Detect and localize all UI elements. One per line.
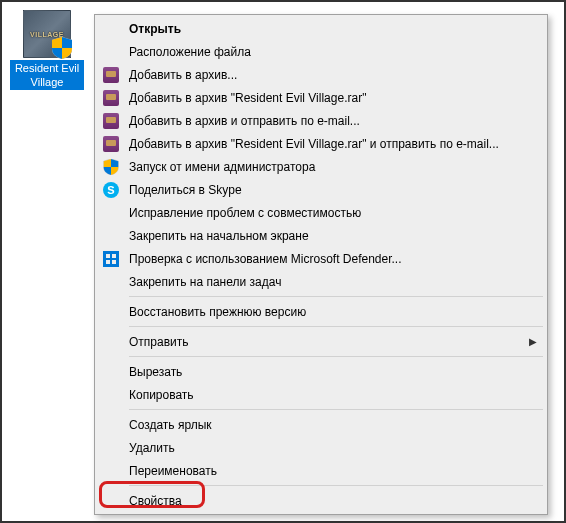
winrar-icon [101, 135, 121, 153]
desktop-shortcut[interactable]: VILLAGE Resident Evil Village [10, 10, 84, 90]
menu-delete-label: Удалить [129, 441, 537, 455]
menu-add-to-named[interactable]: Добавить в архив "Resident Evil Village.… [97, 86, 545, 109]
uac-shield-icon [101, 158, 121, 176]
menu-copy-label: Копировать [129, 388, 537, 402]
menu-open-label: Открыть [129, 22, 537, 36]
menu-defender-scan[interactable]: Проверка с использованием Microsoft Defe… [97, 247, 545, 270]
menu-run-as-admin-label: Запуск от имени администратора [129, 160, 537, 174]
blank-icon [101, 20, 121, 38]
blank-icon [101, 43, 121, 61]
blank-icon [101, 462, 121, 480]
menu-restore-previous[interactable]: Восстановить прежнюю версию [97, 300, 545, 323]
menu-pin-start-label: Закрепить на начальном экране [129, 229, 537, 243]
menu-add-and-email[interactable]: Добавить в архив и отправить по e-mail..… [97, 109, 545, 132]
menu-open[interactable]: Открыть [97, 17, 545, 40]
blank-icon [101, 363, 121, 381]
menu-separator [129, 485, 543, 486]
menu-separator [129, 326, 543, 327]
menu-share-skype[interactable]: S Поделиться в Skype [97, 178, 545, 201]
menu-troubleshoot[interactable]: Исправление проблем с совместимостью [97, 201, 545, 224]
menu-cut-label: Вырезать [129, 365, 537, 379]
blank-icon [101, 204, 121, 222]
menu-add-to-named-label: Добавить в архив "Resident Evil Village.… [129, 91, 537, 105]
menu-add-named-email[interactable]: Добавить в архив "Resident Evil Village.… [97, 132, 545, 155]
winrar-icon [101, 112, 121, 130]
blank-icon [101, 227, 121, 245]
menu-add-named-email-label: Добавить в архив "Resident Evil Village.… [129, 137, 537, 151]
menu-send-to-label: Отправить [129, 335, 521, 349]
menu-copy[interactable]: Копировать [97, 383, 545, 406]
blank-icon [101, 273, 121, 291]
winrar-icon [101, 66, 121, 84]
chevron-right-icon: ▶ [529, 336, 537, 347]
menu-create-shortcut-label: Создать ярлык [129, 418, 537, 432]
menu-separator [129, 356, 543, 357]
menu-run-as-admin[interactable]: Запуск от имени администратора [97, 155, 545, 178]
menu-file-location[interactable]: Расположение файла [97, 40, 545, 63]
menu-rename[interactable]: Переименовать [97, 459, 545, 482]
blank-icon [101, 386, 121, 404]
menu-add-to-archive-label: Добавить в архив... [129, 68, 537, 82]
defender-icon [101, 250, 121, 268]
uac-shield-icon [52, 37, 72, 59]
menu-cut[interactable]: Вырезать [97, 360, 545, 383]
menu-add-to-archive[interactable]: Добавить в архив... [97, 63, 545, 86]
menu-file-location-label: Расположение файла [129, 45, 537, 59]
menu-troubleshoot-label: Исправление проблем с совместимостью [129, 206, 537, 220]
menu-add-and-email-label: Добавить в архив и отправить по e-mail..… [129, 114, 537, 128]
winrar-icon [101, 89, 121, 107]
menu-restore-previous-label: Восстановить прежнюю версию [129, 305, 537, 319]
menu-properties[interactable]: Свойства [97, 489, 545, 512]
shortcut-label: Resident Evil Village [10, 60, 84, 90]
skype-icon: S [101, 181, 121, 199]
menu-separator [129, 296, 543, 297]
blank-icon [101, 416, 121, 434]
menu-rename-label: Переименовать [129, 464, 537, 478]
menu-properties-label: Свойства [129, 494, 537, 508]
menu-share-skype-label: Поделиться в Skype [129, 183, 537, 197]
blank-icon [101, 303, 121, 321]
shortcut-thumbnail: VILLAGE [23, 10, 71, 58]
menu-send-to[interactable]: Отправить ▶ [97, 330, 545, 353]
blank-icon [101, 492, 121, 510]
menu-create-shortcut[interactable]: Создать ярлык [97, 413, 545, 436]
menu-pin-taskbar-label: Закрепить на панели задач [129, 275, 537, 289]
menu-separator [129, 409, 543, 410]
blank-icon [101, 439, 121, 457]
menu-pin-start[interactable]: Закрепить на начальном экране [97, 224, 545, 247]
blank-icon [101, 333, 121, 351]
menu-delete[interactable]: Удалить [97, 436, 545, 459]
menu-defender-scan-label: Проверка с использованием Microsoft Defe… [129, 252, 537, 266]
menu-pin-taskbar[interactable]: Закрепить на панели задач [97, 270, 545, 293]
context-menu: Открыть Расположение файла Добавить в ар… [94, 14, 548, 515]
